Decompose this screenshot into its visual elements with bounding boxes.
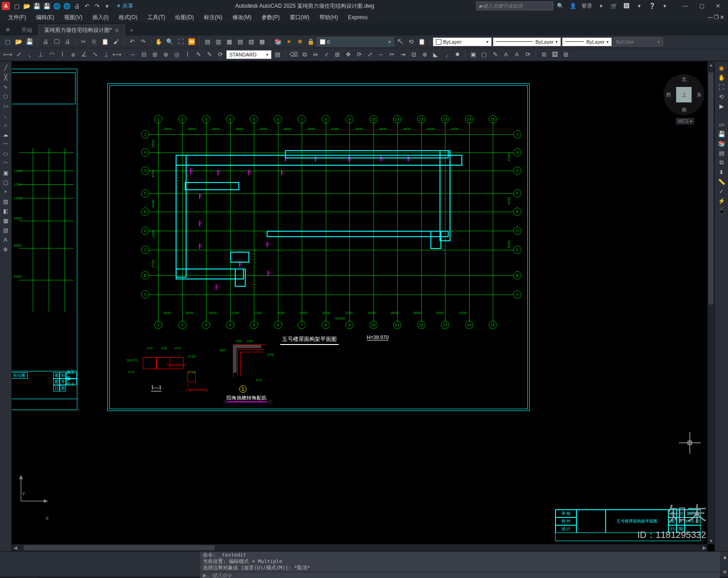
dim-tedit-icon[interactable]: ✎ <box>204 50 214 60</box>
viewcube-top[interactable]: 上 <box>676 87 692 102</box>
dim-radius-icon[interactable]: ◠ <box>46 50 56 60</box>
pline-icon[interactable]: ∿ <box>0 82 11 91</box>
ellipsearc-icon[interactable]: ◠ <box>0 159 11 168</box>
cut-icon[interactable]: ✂ <box>78 37 88 47</box>
rect-icon[interactable]: ▭ <box>0 101 11 111</box>
orbit-icon[interactable]: ⟲ <box>716 92 727 101</box>
circle-icon[interactable]: ○ <box>0 121 11 130</box>
dim-space-icon[interactable]: ↔ <box>128 50 138 60</box>
field-icon[interactable]: ⊞ <box>561 50 571 60</box>
markup-icon[interactable]: ▨ <box>246 37 256 47</box>
xref-icon[interactable]: ⧉ <box>539 50 549 60</box>
open-file-icon[interactable]: 📂 <box>14 37 24 47</box>
minimize-button[interactable]: — <box>677 0 693 12</box>
saveview-icon[interactable]: 💾 <box>716 129 727 138</box>
menu-insert[interactable]: 插入(I) <box>88 12 113 23</box>
mod-array-icon[interactable]: ⊞ <box>332 50 342 60</box>
doc-close-button[interactable]: ✕ <box>720 14 724 20</box>
qcalc-icon[interactable]: ▩ <box>257 37 267 47</box>
dim-ord-icon[interactable]: ⊥ <box>35 50 46 60</box>
dimstyle-mgr-icon[interactable]: ▤ <box>273 50 283 60</box>
menu-draw[interactable]: 绘图(D) <box>171 12 198 23</box>
dim-break-icon[interactable]: ⊟ <box>139 50 149 60</box>
web-open-icon[interactable]: 🌐 <box>53 2 61 10</box>
redo2-icon[interactable]: ↷ <box>138 37 148 47</box>
attr-def-icon[interactable]: A <box>501 50 511 60</box>
gradient-icon[interactable]: ◧ <box>0 207 11 216</box>
help-more-icon[interactable]: ▾ <box>635 2 643 10</box>
hatch-icon[interactable]: ▨ <box>0 197 11 206</box>
pan-icon[interactable]: ✋ <box>154 37 164 47</box>
new-tab-button[interactable]: ＋ <box>126 25 137 35</box>
spline-icon[interactable]: 〰 <box>0 140 11 149</box>
viewcube[interactable]: 北 南 西 东 上 <box>663 74 704 115</box>
zoom-ext-icon[interactable]: ⛶ <box>716 82 727 91</box>
mod-scale-icon[interactable]: ⤢ <box>365 50 375 60</box>
vscroll-thumb[interactable] <box>708 72 713 304</box>
doc-restore-button[interactable]: ❐ <box>714 14 719 20</box>
redo-icon[interactable]: ↷ <box>93 2 101 10</box>
print-icon[interactable]: 🖨 <box>40 37 51 47</box>
ssm-icon[interactable]: ▧ <box>235 37 245 47</box>
zoom-win-icon[interactable]: ⛶ <box>176 37 186 47</box>
lock-icon[interactable]: 🔒 <box>306 37 316 47</box>
vertical-scrollbar[interactable]: ▲ ▼ <box>708 61 714 544</box>
sun-icon[interactable]: ☀ <box>284 37 294 47</box>
mod-extend-icon[interactable]: ⇥ <box>398 50 408 60</box>
menu-view[interactable]: 视图(V) <box>60 12 87 23</box>
doc-minimize-button[interactable]: — <box>708 14 713 20</box>
paste-icon[interactable]: 📋 <box>100 37 110 47</box>
block-make-icon[interactable]: ▣ <box>468 50 478 60</box>
xref2-icon[interactable]: ⧉ <box>716 158 727 167</box>
search-icon[interactable]: 🔍 <box>556 2 564 10</box>
mod-offset-icon[interactable]: ⫽ <box>321 50 331 60</box>
save-icon[interactable]: 💾 <box>33 2 41 10</box>
plot-icon[interactable]: 🖨 <box>73 2 81 10</box>
app-icon[interactable]: A <box>2 2 10 10</box>
dc-icon[interactable]: ▥ <box>213 37 223 47</box>
dim-upd-icon[interactable]: ⟳ <box>215 50 225 60</box>
scroll-up-icon[interactable]: ▲ <box>708 61 714 68</box>
mod-chamfer-icon[interactable]: ◣ <box>430 50 440 60</box>
plotstyle-dropdown[interactable]: ByColor▾ <box>613 37 663 46</box>
image-icon[interactable]: 🖼 <box>550 50 560 60</box>
menu-window[interactable]: 窗口(W) <box>285 12 314 23</box>
layer-props-icon[interactable]: 📚 <box>273 37 283 47</box>
dim-jogl-icon[interactable]: ⌇ <box>182 50 192 60</box>
attr-edit-icon[interactable]: A <box>512 50 522 60</box>
wheel-icon[interactable]: ◉ <box>716 63 727 72</box>
mod-mirror-icon[interactable]: ⇔ <box>310 50 320 60</box>
showmot-icon[interactable]: ▶ <box>716 101 727 111</box>
user-icon[interactable]: 👤 <box>569 2 577 10</box>
line-icon[interactable]: ╱ <box>0 63 11 72</box>
dim-base-icon[interactable]: ⟘ <box>101 50 111 60</box>
count-icon[interactable]: ✓ <box>716 187 727 196</box>
layer-state-icon[interactable]: 📋 <box>417 37 427 47</box>
zoom-rt-icon[interactable]: 🔍 <box>165 37 175 47</box>
dim-diam-icon[interactable]: ⌀ <box>68 50 78 60</box>
save-file-icon[interactable]: 💾 <box>25 37 35 47</box>
login-label[interactable]: 登录 <box>581 2 592 10</box>
publish-icon[interactable]: 🖨 <box>62 37 72 47</box>
polygon-icon[interactable]: ⬠ <box>0 92 11 101</box>
dim-jog-icon[interactable]: ⌇ <box>57 50 67 60</box>
block-edit-icon[interactable]: ✎ <box>490 50 500 60</box>
draworder-icon[interactable]: ⬍ <box>716 167 727 177</box>
linetype-dropdown[interactable]: ByLayer▾ <box>493 37 561 46</box>
mod-fillet-icon[interactable]: ◞ <box>441 50 451 60</box>
mtext-icon[interactable]: A <box>0 235 11 244</box>
calc-icon[interactable]: 📱 <box>716 206 727 215</box>
layer-make-icon[interactable]: ⛏ <box>395 37 405 47</box>
select-icon[interactable]: ▭ <box>716 120 727 129</box>
dim-edit-icon[interactable]: ✎ <box>193 50 203 60</box>
tab-start[interactable]: 开始 <box>15 25 38 35</box>
login-more-icon[interactable]: ▾ <box>597 2 605 10</box>
mod-trim-icon[interactable]: ✂ <box>387 50 397 60</box>
qat-more-icon[interactable]: ▾ <box>103 2 111 10</box>
help-dd-icon[interactable]: ▾ <box>661 2 669 10</box>
preview-icon[interactable]: 🖵 <box>51 37 61 47</box>
menu-toggle-icon[interactable]: ≡ <box>3 25 13 35</box>
cmd-recent-icon[interactable]: ▴ <box>720 552 728 562</box>
makeblk-icon[interactable]: ▢ <box>0 178 11 187</box>
dim-quick-icon[interactable]: ⤡ <box>90 50 100 60</box>
